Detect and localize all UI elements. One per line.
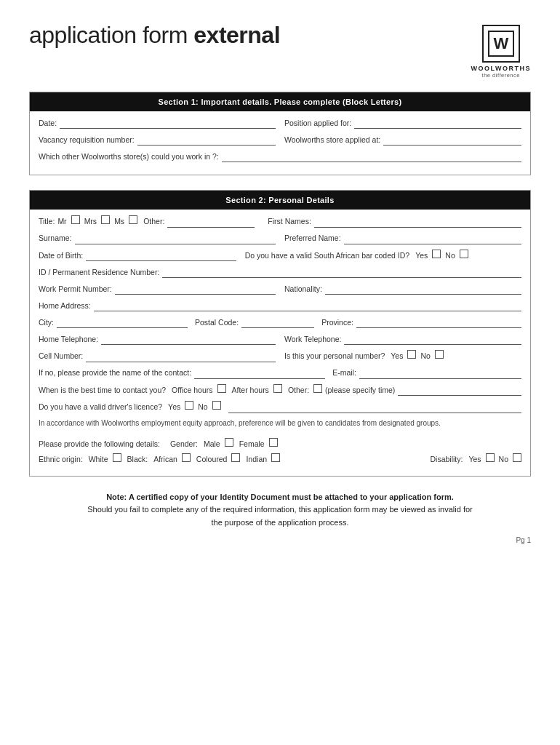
personal-number-label: Is this your personal number? <box>284 351 385 360</box>
female-checkbox[interactable] <box>269 438 278 447</box>
ethnic-label: Ethnic origin: <box>39 455 83 463</box>
other-time-label: Other: <box>288 386 309 394</box>
sa-id-no-checkbox[interactable] <box>460 250 468 258</box>
other-stores-label: Which other Woolworths store(s) could yo… <box>39 152 219 161</box>
specify-time-label: (please specify time) <box>325 386 395 394</box>
id-row: ID / Permanent Residence Number: <box>39 266 521 278</box>
office-hours-checkbox[interactable] <box>217 384 226 393</box>
work-tel-label: Work Telephone: <box>284 335 341 343</box>
permit-row: Work Permit Number: Nationality: <box>39 283 521 295</box>
home-tel-label: Home Telephone: <box>39 335 98 343</box>
address-row: Home Address: <box>39 300 521 311</box>
other-stores-input[interactable] <box>222 151 521 162</box>
postal-label: Postal Code: <box>195 318 239 327</box>
office-hours-label: Office hours <box>172 386 212 394</box>
home-tel-input[interactable] <box>101 333 276 345</box>
footer-line1: Note: A certified copy of your Identity … <box>29 491 531 504</box>
postal-input[interactable] <box>241 316 314 328</box>
email-input[interactable] <box>359 367 521 379</box>
indian-checkbox[interactable] <box>271 453 280 462</box>
id-label: ID / Permanent Residence Number: <box>39 268 159 276</box>
drivers-row: Do you have a valid driver's licence? Ye… <box>39 401 521 413</box>
ethnic-row: Ethnic origin: White Black: African Colo… <box>39 453 521 463</box>
cell-input[interactable] <box>86 351 276 362</box>
cell-row: Cell Number: Is this your personal numbe… <box>39 350 521 362</box>
contact-name-label: If no, please provide the name of the co… <box>39 368 191 377</box>
mrs-checkbox[interactable] <box>101 215 110 224</box>
dob-row: Date of Birth: Do you have a valid South… <box>39 250 521 262</box>
app-title: application form external <box>29 22 280 49</box>
work-tel-input[interactable] <box>344 333 521 345</box>
brand-name: WOOLWORTHS <box>471 65 532 72</box>
date-input[interactable] <box>60 117 276 129</box>
disability-no-checkbox[interactable] <box>513 453 521 462</box>
home-address-label: Home Address: <box>39 301 91 310</box>
best-time-label: When is the best time to contact you? <box>39 386 166 394</box>
male-checkbox[interactable] <box>225 438 233 447</box>
nationality-input[interactable] <box>325 283 521 295</box>
city-input[interactable] <box>57 316 188 328</box>
sa-id-yes-checkbox[interactable] <box>432 250 441 258</box>
other-time-checkbox[interactable] <box>313 384 322 393</box>
black-label: Black: <box>127 455 148 463</box>
permit-input[interactable] <box>115 283 276 295</box>
gender-label: Gender: <box>170 439 198 448</box>
drivers-label: Do you have a valid driver's licence? <box>39 402 162 411</box>
section1: Section 1: Important details. Please com… <box>29 92 531 175</box>
vacancy-input[interactable] <box>137 134 276 146</box>
page-number: Pg 1 <box>29 536 531 544</box>
section2: Section 2: Personal Details Title: Mr Mr… <box>29 190 531 477</box>
brand-tagline: the difference <box>471 72 532 79</box>
equity-note-row: In accordance with Woolworths employment… <box>39 418 521 433</box>
mrs-label: Mrs <box>84 217 97 226</box>
other-title-input[interactable] <box>167 216 255 228</box>
province-input[interactable] <box>356 316 521 328</box>
store-input[interactable] <box>383 134 521 146</box>
title-light: application form <box>29 22 193 48</box>
white-checkbox[interactable] <box>113 453 121 462</box>
coloured-label: Coloured <box>196 455 228 463</box>
after-hours-checkbox[interactable] <box>273 384 282 393</box>
surname-label: Surname: <box>39 234 72 242</box>
first-names-input[interactable] <box>314 216 521 228</box>
city-label: City: <box>39 318 54 327</box>
surname-input[interactable] <box>75 233 276 244</box>
logo-icon: W <box>487 30 515 57</box>
cell-no-checkbox[interactable] <box>435 350 444 359</box>
equity-note: In accordance with Woolworths employment… <box>39 418 441 429</box>
id-input[interactable] <box>162 266 521 278</box>
mr-checkbox[interactable] <box>71 215 80 224</box>
preferred-name-input[interactable] <box>344 233 521 244</box>
coloured-checkbox[interactable] <box>231 453 240 462</box>
title-label: Title: <box>39 217 55 226</box>
contact-time-row: When is the best time to contact you? Of… <box>39 384 521 397</box>
indian-label: Indian <box>246 455 267 463</box>
contact-row: If no, please provide the name of the co… <box>39 367 521 379</box>
drivers-yes-label: Yes <box>168 402 180 411</box>
disability-yes-checkbox[interactable] <box>486 453 495 462</box>
position-input[interactable] <box>354 117 521 129</box>
female-label: Female <box>239 439 265 448</box>
vacancy-label: Vacancy requisition number: <box>39 135 135 144</box>
male-label: Male <box>204 439 220 448</box>
drivers-no-checkbox[interactable] <box>212 401 221 410</box>
african-checkbox[interactable] <box>182 453 191 462</box>
after-hours-label: After hours <box>232 386 269 394</box>
date-position-row: Date: Position applied for: <box>39 117 521 129</box>
ms-checkbox[interactable] <box>129 215 137 224</box>
drivers-extra-input[interactable] <box>228 402 521 413</box>
ms-label: Ms <box>114 217 124 226</box>
home-address-input[interactable] <box>94 300 521 311</box>
section1-heading: Section 1: Important details. Please com… <box>30 92 530 111</box>
svg-text:W: W <box>493 34 508 52</box>
date-label: Date: <box>39 119 57 127</box>
city-row: City: Postal Code: Province: <box>39 316 521 328</box>
dob-input[interactable] <box>86 250 236 261</box>
disability-label: Disability: <box>430 455 463 463</box>
specify-time-input[interactable] <box>398 384 521 396</box>
sa-id-no-label: No <box>445 251 455 260</box>
contact-name-input[interactable] <box>194 367 325 379</box>
cell-yes-checkbox[interactable] <box>407 350 416 359</box>
drivers-yes-checkbox[interactable] <box>185 401 193 410</box>
first-names-label: First Names: <box>268 217 311 226</box>
